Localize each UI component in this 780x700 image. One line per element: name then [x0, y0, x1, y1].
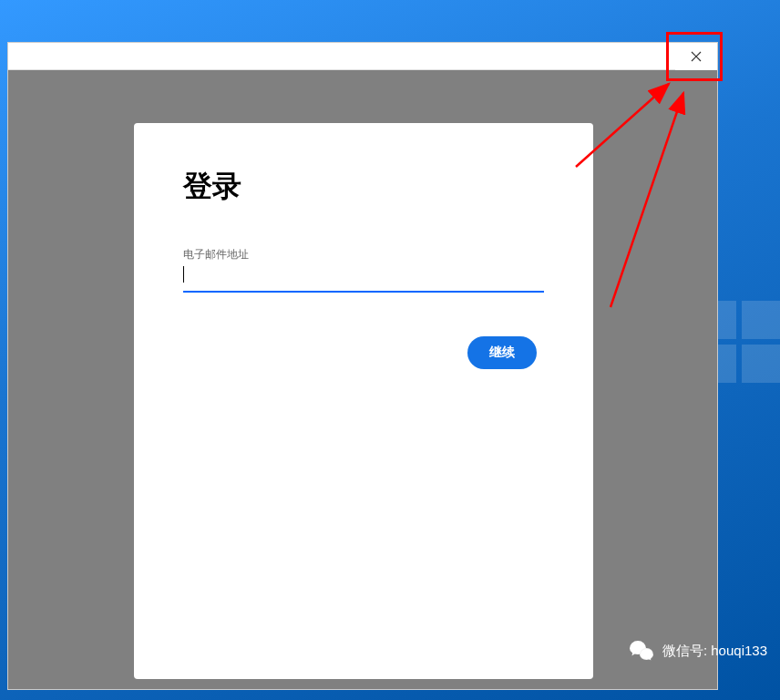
email-label: 电子邮件地址 — [183, 247, 544, 262]
watermark: 微信号: houqi133 — [630, 640, 767, 662]
email-input-wrap — [183, 264, 544, 293]
close-button[interactable] — [675, 43, 717, 70]
close-icon — [691, 51, 702, 62]
modal-window: 登录 电子邮件地址 继续 — [7, 42, 718, 690]
watermark-text: 微信号: houqi133 — [662, 643, 767, 660]
watermark-prefix: 微信号: — [662, 643, 711, 658]
watermark-account: houqi133 — [711, 643, 767, 658]
wechat-icon — [630, 640, 655, 662]
window-titlebar — [8, 43, 717, 70]
login-card: 登录 电子邮件地址 继续 — [134, 123, 593, 679]
text-cursor — [183, 266, 184, 283]
continue-button[interactable]: 继续 — [467, 336, 537, 369]
login-title: 登录 — [183, 167, 544, 207]
email-field[interactable] — [183, 264, 544, 293]
